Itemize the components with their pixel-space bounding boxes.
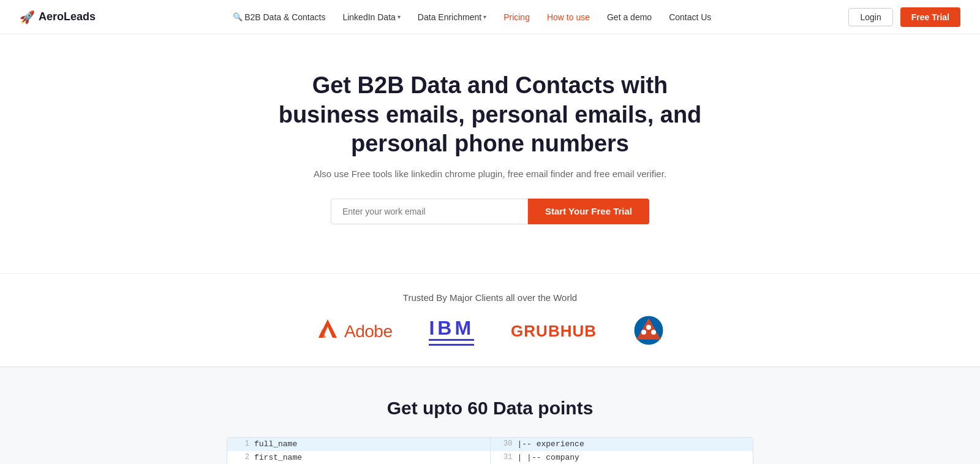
table-row: 2first_name [227, 451, 490, 465]
svg-point-4 [641, 330, 646, 335]
svg-point-5 [651, 330, 656, 335]
search-icon: 🔍 [233, 12, 243, 21]
hero-subtext: Also use Free tools like linkedin chrome… [12, 169, 968, 179]
nav-item-b2b[interactable]: 🔍 B2B Data & Contacts [233, 12, 325, 22]
table-row: 30|-- experience [491, 438, 753, 451]
hero-form: Start Your Free Trial [331, 199, 649, 224]
login-button[interactable]: Login [848, 8, 892, 26]
brand-logo[interactable]: 🚀 AeroLeads [20, 10, 96, 25]
adobe-text: Adobe [344, 322, 392, 341]
trusted-label: Trusted By Major Clients all over the Wo… [12, 292, 968, 303]
chevron-down-icon: ▾ [398, 13, 401, 20]
data-points-table: 1full_name2first_name3last_name4personal… [227, 437, 753, 465]
nav-item-linkedin[interactable]: LinkedIn Data ▾ [342, 12, 400, 22]
free-trial-button[interactable]: Free Trial [900, 7, 960, 27]
dominos-logo [633, 315, 664, 348]
nav-item-pricing[interactable]: Pricing [503, 12, 530, 22]
table-row: 1full_name [227, 438, 490, 451]
nav-actions: Login Free Trial [848, 7, 960, 27]
nav-item-demo[interactable]: Get a demo [607, 12, 652, 22]
data-section-heading: Get upto 60 Data points [12, 398, 968, 419]
data-col-right: 30|-- experience31| |-- company32| | |--… [491, 438, 753, 465]
rocket-icon: 🚀 [20, 10, 35, 25]
navbar: 🚀 AeroLeads 🔍 B2B Data & Contacts Linked… [0, 0, 980, 34]
nav-item-how-to-use[interactable]: How to use [547, 12, 590, 22]
grubhub-logo: GRUBHUB [511, 322, 597, 341]
row-value: | |-- company [518, 453, 579, 462]
start-trial-button[interactable]: Start Your Free Trial [528, 199, 649, 224]
nav-links: 🔍 B2B Data & Contacts LinkedIn Data ▾ Da… [233, 12, 711, 22]
nav-item-contact[interactable]: Contact Us [669, 12, 711, 22]
table-row: 31| |-- company [491, 451, 753, 465]
row-value: full_name [254, 439, 297, 449]
row-number: 2 [235, 453, 249, 462]
hero-section: Get B2B Data and Contacts with business … [0, 34, 980, 273]
row-number: 1 [235, 439, 249, 448]
chevron-down-icon: ▾ [483, 13, 486, 20]
svg-point-6 [646, 325, 651, 330]
ibm-logo: IBM [429, 317, 474, 346]
row-number: 30 [498, 439, 513, 448]
adobe-symbol-icon [316, 317, 339, 346]
email-input[interactable] [331, 199, 528, 224]
row-value: first_name [254, 453, 302, 462]
row-value: |-- experience [518, 439, 584, 449]
trusted-logos: Adobe IBM GRUBHUB [12, 315, 968, 348]
brand-name: AeroLeads [39, 10, 96, 23]
data-section: Get upto 60 Data points 1full_name2first… [0, 367, 980, 465]
data-col-left: 1full_name2first_name3last_name4personal… [227, 438, 491, 465]
adobe-logo: Adobe [316, 317, 392, 346]
nav-item-enrichment[interactable]: Data Enrichment ▾ [418, 12, 486, 22]
trusted-section: Trusted By Major Clients all over the Wo… [0, 273, 980, 367]
hero-heading: Get B2B Data and Contacts with business … [276, 71, 704, 159]
row-number: 31 [498, 453, 513, 462]
